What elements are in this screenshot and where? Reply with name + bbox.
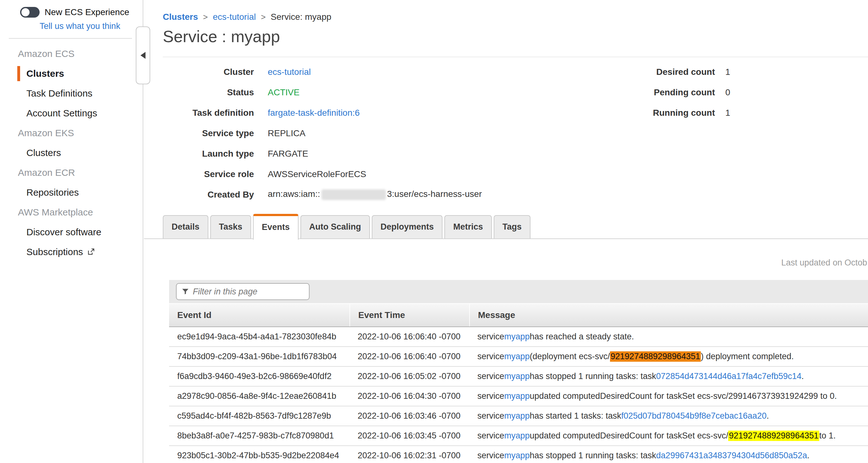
detail-label: Pending count	[625, 87, 715, 97]
detail-value-task-definition: fargate-task-definition:6	[268, 108, 360, 118]
text-segment: to 1.	[819, 431, 836, 441]
detail-label: Status	[163, 87, 254, 97]
inline-link[interactable]: myapp	[504, 372, 530, 381]
table-row: a2978c90-0856-4a8e-9f4c-12eae260841b2022…	[169, 386, 868, 406]
cell-event-time: 2022-10-06 16:05:02 -0700	[349, 367, 469, 386]
cell-event-time: 2022-10-06 16:02:31 -0700	[349, 446, 469, 463]
detail-row-task-definition: Task definitionfargate-task-definition:6	[163, 103, 868, 123]
detail-row-pending-count: Pending count0	[625, 82, 730, 103]
cell-event-id: a2978c90-0856-4a8e-9f4c-12eae260841b	[169, 386, 349, 406]
sidebar-label: Amazon ECR	[18, 167, 75, 178]
text-segment: service	[477, 372, 504, 381]
breadcrumb-ecs-tutorial[interactable]: ecs-tutorial	[213, 12, 256, 22]
text-segment: .	[767, 411, 769, 421]
cell-event-time: 2022-10-06 16:03:46 -0700	[349, 406, 469, 426]
detail-value-running-count: 1	[725, 108, 730, 118]
cell-message: service myapp has reached a steady state…	[469, 327, 868, 346]
table-row: 923b05c1-30b2-47bb-b535-9d2be22084e42022…	[169, 446, 868, 463]
tab-tags[interactable]: Tags	[494, 215, 530, 238]
sidebar-label: AWS Marketplace	[18, 207, 93, 218]
detail-row-service-type: Service typeREPLICA	[163, 123, 868, 143]
table-row: c595ad4c-bf4f-482b-8563-7df9c1287e9b2022…	[169, 406, 868, 426]
detail-row-cluster: Clusterecs-tutorial	[163, 62, 868, 82]
breadcrumb: Clusters>ecs-tutorial>Service: myapp	[163, 12, 331, 22]
cell-event-id: 8beb3a8f-a0e7-4257-983b-c7fc870980d1	[169, 426, 349, 445]
sidebar-divider	[9, 38, 132, 39]
text-segment: AWSServiceRoleForECS	[268, 169, 366, 179]
tab-events[interactable]: Events	[253, 214, 299, 240]
cell-event-id: ec9e1d94-9aca-45b4-a4a1-7823030fe84b	[169, 327, 349, 346]
sidebar-item-clusters[interactable]: Clusters	[0, 143, 143, 163]
text-segment: service	[477, 391, 504, 401]
table-header-row: Event IdEvent TimeMessage	[169, 303, 868, 327]
sidebar-item-repositories[interactable]: Repositories	[0, 182, 143, 202]
breadcrumb-clusters[interactable]: Clusters	[163, 12, 198, 22]
inline-link[interactable]: myapp	[504, 411, 530, 421]
column-header-event-id: Event Id	[169, 304, 349, 326]
tell-us-what-you-think-link[interactable]: Tell us what you think	[40, 21, 120, 31]
cell-event-time: 2022-10-06 16:04:30 -0700	[349, 386, 469, 406]
tab-deployments[interactable]: Deployments	[372, 215, 443, 238]
inline-link[interactable]: 072854d473144d46a17fa4c7efb59c14	[656, 372, 801, 381]
inline-link[interactable]: myapp	[504, 352, 530, 361]
sidebar: New ECS Experience Tell us what you thin…	[0, 0, 143, 463]
sidebar-item-task-definitions[interactable]: Task Definitions	[0, 83, 143, 103]
sidebar-item-subscriptions[interactable]: Subscriptions	[0, 242, 143, 262]
detail-row-launch-type: Launch typeFARGATE	[163, 143, 868, 164]
detail-label: Cluster	[163, 67, 254, 77]
tab-auto-scaling[interactable]: Auto Scaling	[301, 215, 370, 238]
sidebar-collapse-button[interactable]	[136, 26, 150, 84]
sidebar-label: Account Settings	[26, 108, 97, 119]
tab-metrics[interactable]: Metrics	[444, 215, 492, 238]
table-row: 8beb3a8f-a0e7-4257-983b-c7fc870980d12022…	[169, 426, 868, 446]
main-content: Clusters>ecs-tutorial>Service: myapp Ser…	[144, 0, 868, 463]
cell-event-id: 923b05c1-30b2-47bb-b535-9d2be22084e4	[169, 446, 349, 463]
filter-input[interactable]	[192, 287, 304, 297]
inline-link[interactable]: da29967431a3483794304d56d850a52a	[656, 451, 807, 461]
text-segment: service	[477, 332, 504, 342]
service-details-left-column: Clusterecs-tutorialStatusACTIVETask defi…	[163, 62, 868, 205]
column-header-message: Message	[469, 304, 868, 326]
text-segment: has started 1 tasks: task	[530, 411, 621, 421]
text-segment: updated computedDesiredCount for taskSet…	[530, 431, 728, 441]
inline-link[interactable]: myapp	[504, 451, 530, 461]
sidebar-label: Clusters	[26, 68, 64, 79]
inline-link[interactable]: fargate-task-definition:6	[268, 108, 360, 118]
detail-value-launch-type: FARGATE	[268, 149, 308, 159]
sidebar-item-account-settings[interactable]: Account Settings	[0, 103, 143, 123]
detail-value-status: ACTIVE	[268, 87, 300, 97]
text-segment: service	[477, 352, 504, 361]
detail-label: Desired count	[625, 67, 715, 77]
tab-details[interactable]: Details	[163, 215, 208, 238]
sidebar-label: Repositories	[26, 187, 79, 198]
sidebar-item-clusters[interactable]: Clusters	[0, 63, 143, 83]
inline-link[interactable]: myapp	[504, 391, 530, 401]
detail-label: Launch type	[163, 149, 254, 159]
text-segment: service	[477, 451, 504, 461]
title-divider	[163, 57, 868, 57]
inline-link[interactable]: f025d07bd780454b9f8e7cebac16aa20	[621, 411, 767, 421]
inline-link[interactable]: ecs-tutorial	[268, 67, 311, 77]
table-row: ec9e1d94-9aca-45b4-a4a1-7823030fe84b2022…	[169, 327, 868, 347]
filter-funnel-icon	[182, 288, 189, 296]
detail-row-service-role: Service roleAWSServiceRoleForECS	[163, 164, 868, 184]
tab-tasks[interactable]: Tasks	[210, 215, 251, 238]
sidebar-item-discover-software[interactable]: Discover software	[0, 222, 143, 242]
text-segment: 1	[725, 67, 730, 77]
detail-row-status: StatusACTIVE	[163, 82, 868, 103]
text-segment: ) deployment completed.	[701, 352, 794, 361]
sidebar-header-amazon-ecr: Amazon ECR	[0, 163, 143, 182]
table-row: 74bb3d09-c209-43a1-96be-1db1f6783b042022…	[169, 347, 868, 367]
detail-value-service-role: AWSServiceRoleForECS	[268, 169, 366, 179]
service-details: Clusterecs-tutorialStatusACTIVETask defi…	[163, 62, 868, 205]
external-link-icon	[87, 248, 95, 256]
inline-link[interactable]: myapp	[504, 431, 530, 441]
text-segment: ACTIVE	[268, 87, 300, 97]
sidebar-label: Subscriptions	[26, 247, 83, 257]
sidebar-label: Discover software	[26, 227, 101, 237]
text-segment: arn:aws:iam::	[268, 189, 320, 199]
new-ecs-experience-toggle[interactable]	[20, 7, 40, 18]
text-segment: service	[477, 411, 504, 421]
sidebar-nav: Amazon ECSClustersTask DefinitionsAccoun…	[0, 44, 143, 262]
inline-link[interactable]: myapp	[504, 332, 530, 342]
